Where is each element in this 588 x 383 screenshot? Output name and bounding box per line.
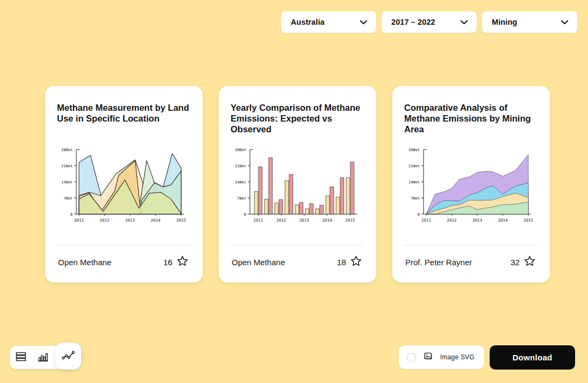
chevron-down-icon — [360, 18, 368, 26]
svg-text:70mt: 70mt — [411, 196, 420, 201]
chart-card-land-use: Methane Measurement by Land Use in Speci… — [45, 86, 203, 282]
svg-text:280mt: 280mt — [235, 148, 246, 152]
svg-text:280mt: 280mt — [61, 148, 73, 152]
chart-card-mining-area: Comparative Analysis of Methane Emission… — [392, 86, 550, 282]
svg-text:2012: 2012 — [276, 218, 286, 223]
favorite-button[interactable]: 32 — [511, 255, 536, 269]
star-icon — [176, 255, 189, 269]
line-chart-view-button[interactable] — [55, 343, 81, 370]
card-title: Methane Measurement by Land Use in Speci… — [57, 102, 190, 136]
filter-bar: Australia 2017 – 2022 Mining — [281, 11, 577, 33]
svg-text:2015: 2015 — [176, 218, 186, 223]
card-footer: Prof. Peter Rayner 32 — [404, 245, 537, 272]
svg-text:2011: 2011 — [74, 218, 84, 223]
download-button[interactable]: Download — [490, 345, 575, 370]
svg-text:2011: 2011 — [253, 218, 263, 223]
svg-text:2011: 2011 — [421, 218, 431, 223]
stacked-area-chart: 070mt140mt210mt280mt20112012201320142015 — [404, 144, 536, 229]
star-icon — [350, 255, 362, 269]
view-toggle-group — [10, 346, 80, 369]
favorite-button[interactable]: 18 — [337, 255, 362, 269]
chart-card-expected-observed: Yearly Comparison of Methane Emissions: … — [219, 86, 376, 282]
favorite-count: 32 — [511, 258, 520, 267]
country-select-value: Australia — [291, 18, 325, 26]
bar-chart: 070mt140mt210mt280mt20112012201320142015 — [231, 144, 362, 229]
svg-text:2013: 2013 — [125, 218, 135, 223]
bar-chart-view-button[interactable] — [32, 346, 54, 369]
card-title: Yearly Comparison of Methane Emissions: … — [231, 102, 363, 136]
card-title: Comparative Analysis of Methane Emission… — [404, 102, 537, 136]
svg-text:2014: 2014 — [322, 218, 333, 223]
svg-text:0: 0 — [70, 212, 73, 217]
svg-text:2014: 2014 — [498, 218, 508, 223]
svg-text:0: 0 — [418, 212, 420, 217]
list-view-button[interactable] — [10, 346, 32, 369]
card-source: Prof. Peter Rayner — [405, 258, 472, 267]
sector-select-value: Mining — [492, 18, 517, 26]
sector-select[interactable]: Mining — [482, 11, 577, 33]
card-source: Open Methane — [58, 258, 111, 267]
export-format-label: Image SVG — [440, 353, 475, 361]
year-range-select-value: 2017 – 2022 — [391, 18, 435, 26]
card-source: Open Methane — [232, 258, 285, 267]
svg-text:70mt: 70mt — [63, 196, 73, 201]
star-icon — [524, 255, 536, 269]
bar-chart-icon — [37, 350, 49, 365]
svg-text:280mt: 280mt — [408, 148, 420, 152]
export-format-option[interactable]: Image SVG — [399, 345, 484, 369]
svg-text:2012: 2012 — [99, 218, 109, 223]
svg-text:140mt: 140mt — [408, 180, 420, 185]
svg-text:70mt: 70mt — [237, 196, 246, 201]
svg-text:210mt: 210mt — [408, 164, 420, 168]
svg-text:140mt: 140mt — [61, 180, 73, 185]
svg-text:210mt: 210mt — [235, 164, 246, 168]
svg-text:210mt: 210mt — [61, 164, 73, 168]
list-icon — [15, 350, 27, 365]
card-footer: Open Methane 16 — [57, 245, 190, 272]
card-footer: Open Methane 18 — [231, 245, 363, 272]
favorite-count: 16 — [163, 258, 173, 267]
country-select[interactable]: Australia — [281, 11, 376, 33]
year-range-select[interactable]: 2017 – 2022 — [382, 11, 477, 33]
line-chart-icon — [61, 348, 75, 364]
chevron-down-icon — [460, 18, 468, 26]
svg-text:2013: 2013 — [299, 218, 309, 223]
favorite-count: 18 — [337, 258, 346, 267]
export-format-radio[interactable] — [407, 353, 416, 362]
image-icon — [423, 351, 433, 364]
svg-text:2013: 2013 — [472, 218, 482, 223]
svg-text:2012: 2012 — [447, 218, 456, 223]
svg-text:0: 0 — [244, 212, 246, 217]
favorite-button[interactable]: 16 — [163, 255, 189, 269]
svg-text:2015: 2015 — [345, 218, 355, 223]
chevron-down-icon — [561, 18, 569, 26]
svg-text:2014: 2014 — [150, 218, 161, 223]
svg-text:140mt: 140mt — [235, 180, 246, 185]
area-chart: 070mt140mt210mt280mt20112012201320142015 — [57, 144, 189, 229]
chart-card-row: Methane Measurement by Land Use in Speci… — [45, 86, 550, 282]
svg-text:2015: 2015 — [524, 218, 533, 223]
